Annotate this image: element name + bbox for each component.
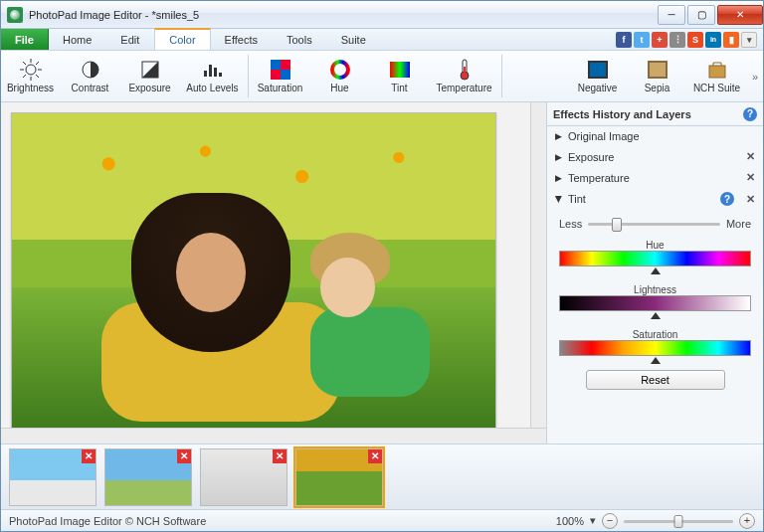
sun-icon	[20, 59, 42, 81]
negative-button[interactable]: Negative	[568, 51, 628, 101]
zoom-value: 100%	[556, 515, 584, 527]
autolevels-button[interactable]: Auto Levels	[180, 51, 246, 101]
svg-line-8	[36, 62, 39, 65]
thumbnail-4[interactable]: ✕	[295, 448, 383, 506]
help-icon[interactable]: ?	[743, 107, 757, 121]
hue-button[interactable]: Hue	[310, 51, 370, 101]
social-buttons: f t + ⋮ S in ▮ ▾	[616, 29, 763, 50]
main-image[interactable]	[11, 112, 496, 428]
link-icon[interactable]: ▮	[723, 32, 739, 48]
horizontal-scrollbar[interactable]	[1, 428, 546, 443]
sepia-icon	[647, 59, 668, 81]
vertical-scrollbar[interactable]	[530, 102, 546, 428]
hue-circle-icon	[329, 59, 351, 81]
menu-suite[interactable]: Suite	[327, 29, 381, 50]
svg-rect-12	[209, 65, 212, 77]
exposure-button[interactable]: Exposure	[120, 51, 180, 101]
svg-rect-26	[650, 63, 666, 77]
thumbnail-2[interactable]: ✕	[104, 448, 192, 506]
menu-home[interactable]: Home	[49, 29, 106, 50]
twitter-icon[interactable]: t	[634, 32, 650, 48]
svg-rect-16	[271, 60, 281, 70]
ribbon-toolbar: Brightness Contrast Exposure Auto Levels…	[1, 51, 763, 102]
minimize-button[interactable]: ─	[658, 5, 685, 25]
lightness-gradient-slider[interactable]	[559, 295, 751, 311]
share-icon[interactable]: ⋮	[669, 32, 685, 48]
negative-icon	[587, 59, 609, 81]
title-bar: PhotoPad Image Editor - *smiles_5 ─ ▢ ✕	[1, 1, 763, 29]
svg-rect-19	[390, 62, 410, 78]
temperature-button[interactable]: Temperature	[430, 51, 499, 101]
google-plus-icon[interactable]: +	[652, 32, 668, 48]
suite-icon	[706, 59, 728, 81]
tint-controls: Less More Hue Lightness Saturation Reset	[547, 210, 763, 396]
zoom-in-button[interactable]: +	[739, 513, 755, 529]
remove-layer-icon[interactable]: ✕	[746, 193, 755, 206]
sepia-button[interactable]: Sepia	[628, 51, 687, 101]
thumbnail-close-icon[interactable]: ✕	[177, 449, 191, 463]
help-icon[interactable]: ?	[720, 192, 734, 206]
exposure-icon	[139, 59, 161, 81]
saturation-button[interactable]: Saturation	[251, 51, 310, 101]
canvas-viewport[interactable]	[1, 102, 530, 428]
remove-layer-icon[interactable]: ✕	[746, 171, 755, 184]
thumbnail-close-icon[interactable]: ✕	[82, 449, 96, 463]
thumbnail-close-icon[interactable]: ✕	[273, 449, 286, 463]
app-icon	[7, 7, 23, 23]
tint-button[interactable]: Tint	[370, 51, 430, 101]
layer-original-image[interactable]: ▶ Original Image	[547, 126, 763, 146]
linkedin-icon[interactable]: in	[705, 32, 721, 48]
brightness-button[interactable]: Brightness	[1, 51, 61, 101]
copyright-text: PhotoPad Image Editor © NCH Software	[9, 515, 206, 527]
lightness-label: Lightness	[559, 284, 751, 295]
dropdown-icon[interactable]: ▾	[741, 32, 757, 48]
svg-rect-24	[590, 63, 606, 77]
checker-icon	[270, 59, 291, 81]
hue-gradient-slider[interactable]	[559, 251, 751, 266]
svg-line-7	[23, 75, 26, 78]
layer-tint[interactable]: ▶ Tint ? ✕	[547, 188, 763, 210]
facebook-icon[interactable]: f	[616, 32, 632, 48]
canvas-area	[1, 102, 546, 443]
thumbnail-1[interactable]: ✕	[9, 448, 96, 506]
svg-point-18	[332, 62, 348, 78]
remove-layer-icon[interactable]: ✕	[746, 150, 755, 163]
tint-amount-slider[interactable]	[588, 216, 720, 232]
menu-effects[interactable]: Effects	[211, 29, 273, 50]
saturation-gradient-slider[interactable]	[559, 340, 751, 356]
less-label: Less	[559, 218, 582, 230]
stumble-icon[interactable]: S	[687, 32, 703, 48]
expand-icon: ▶	[555, 131, 562, 141]
menu-file[interactable]: File	[1, 29, 49, 50]
contrast-button[interactable]: Contrast	[61, 51, 120, 101]
hue-label: Hue	[559, 240, 751, 251]
svg-rect-14	[219, 73, 222, 77]
window-title: PhotoPad Image Editor - *smiles_5	[29, 9, 656, 21]
svg-line-5	[23, 62, 26, 65]
menu-color[interactable]: Color	[154, 28, 210, 50]
maximize-button[interactable]: ▢	[687, 5, 715, 25]
zoom-dropdown-icon[interactable]: ▾	[590, 514, 596, 527]
thermometer-icon	[454, 59, 476, 81]
menu-bar: File Home Edit Color Effects Tools Suite…	[1, 29, 763, 51]
panel-title: Effects History and Layers	[553, 108, 691, 120]
thumbnail-3[interactable]: ✕	[200, 448, 287, 506]
menu-edit[interactable]: Edit	[106, 29, 154, 50]
ribbon-overflow-icon[interactable]: »	[747, 51, 763, 101]
close-button[interactable]: ✕	[717, 5, 763, 25]
layer-temperature[interactable]: ▶ Temperature ✕	[547, 167, 763, 188]
contrast-icon	[80, 59, 101, 81]
tint-icon	[389, 59, 411, 81]
thumbnail-strip: ✕ ✕ ✕ ✕	[1, 443, 763, 509]
status-bar: PhotoPad Image Editor © NCH Software 100…	[1, 509, 763, 531]
more-label: More	[726, 218, 751, 230]
nchsuite-button[interactable]: NCH Suite	[687, 51, 747, 101]
reset-button[interactable]: Reset	[586, 370, 725, 390]
effects-panel: Effects History and Layers ? ▶ Original …	[546, 102, 763, 443]
menu-tools[interactable]: Tools	[273, 29, 327, 50]
zoom-out-button[interactable]: −	[602, 513, 618, 529]
thumbnail-close-icon[interactable]: ✕	[368, 449, 382, 463]
layer-exposure[interactable]: ▶ Exposure ✕	[547, 146, 763, 167]
svg-rect-13	[214, 68, 217, 77]
zoom-slider[interactable]	[624, 514, 733, 528]
